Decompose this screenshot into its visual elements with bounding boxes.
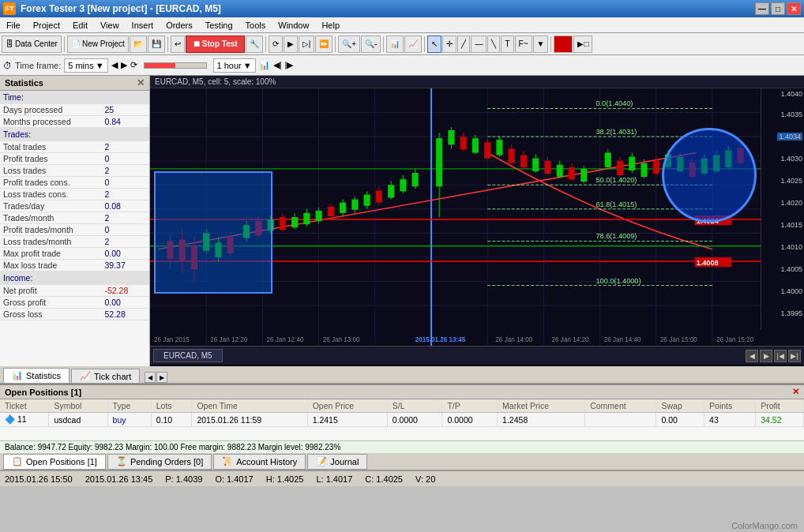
new-project-button[interactable]: 📄 New Project <box>67 36 129 53</box>
svg-text:2015.01.26 13:45: 2015.01.26 13:45 <box>415 336 466 343</box>
tab-tick-chart[interactable]: 📈 Tick chart <box>71 369 140 383</box>
open-pos-tab-icon: 📋 <box>12 456 23 466</box>
zoom-circle <box>662 128 757 223</box>
speed-slider[interactable] <box>144 62 207 69</box>
scroll-start-button[interactable]: |◀ <box>774 350 787 362</box>
svg-rect-104 <box>629 157 635 170</box>
menu-edit[interactable]: Edit <box>66 17 94 32</box>
text-button[interactable]: T <box>501 36 513 53</box>
zoom-out-button[interactable]: 🔍- <box>361 36 381 53</box>
menu-help[interactable]: Help <box>315 17 346 32</box>
line-button[interactable]: ╱ <box>457 36 470 53</box>
tab-account-history[interactable]: 📜 Account History <box>213 454 306 470</box>
menu-file[interactable]: File <box>0 17 27 32</box>
hline-button[interactable]: — <box>471 36 487 53</box>
svg-rect-94 <box>557 165 563 177</box>
chart-tab-eurcad[interactable]: EURCAD, M5 <box>153 349 223 362</box>
tab-next-button[interactable]: ▶ <box>156 372 167 383</box>
menu-insert[interactable]: Insert <box>126 17 160 32</box>
stop-test-button[interactable]: ⏹ Stop Test <box>186 36 245 53</box>
stat-row-lcons: Loss trades cons.2 <box>0 189 149 200</box>
color-button[interactable] <box>554 36 573 53</box>
stat-row-pcons: Profit trades cons.0 <box>0 177 149 189</box>
zoom-in-button[interactable]: 🔍+ <box>338 36 360 53</box>
chart-canvas[interactable]: 0.0(1.4040) 38.2(1.4031) 50.0(1.4020) 61… <box>150 88 804 346</box>
step-fwd-button[interactable]: |▶ <box>285 60 294 70</box>
col-comment: Comment <box>585 399 656 413</box>
undo-button[interactable]: ↩ <box>171 36 185 53</box>
tab-pending-orders[interactable]: ⏳ Pending Orders [0] <box>107 454 212 470</box>
period-dropdown[interactable]: 1 hour ▼ <box>213 58 256 73</box>
save-button[interactable]: 💾 <box>148 36 165 53</box>
fast-forward-button[interactable]: ⏩ <box>315 36 332 53</box>
svg-text:26 Jan 15:20: 26 Jan 15:20 <box>716 336 753 343</box>
chart-bottom-tabs: 📊 Statistics 📈 Tick chart ◀ ▶ <box>0 366 804 384</box>
crosshair-button[interactable]: ✛ <box>442 36 456 53</box>
col-type: Type <box>107 399 151 413</box>
maximize-button[interactable]: □ <box>771 2 785 15</box>
scroll-left-button[interactable]: ◀ <box>746 350 758 362</box>
template-button[interactable]: ▶□ <box>573 36 592 53</box>
minimize-button[interactable]: — <box>755 2 769 15</box>
tab-open-positions[interactable]: 📋 Open Positions [1] <box>3 454 106 470</box>
svg-rect-96 <box>569 167 575 179</box>
scroll-right-button[interactable]: ▶ <box>760 350 772 362</box>
menu-view[interactable]: View <box>94 17 126 32</box>
stat-value-months: 0.84 <box>102 116 149 128</box>
stat-row-days: Days processed 25 <box>0 104 149 116</box>
tab-statistics[interactable]: 📊 Statistics <box>3 368 70 383</box>
timeframe-dropdown[interactable]: 5 mins ▼ <box>64 58 107 73</box>
price-current: 1.4034 <box>777 133 802 140</box>
step-back-button[interactable]: ◀| <box>273 60 282 70</box>
trendline-icon: ╲ <box>491 39 496 48</box>
next-tf-button[interactable]: ▶ <box>121 60 127 70</box>
menu-tools[interactable]: Tools <box>239 17 272 32</box>
status-v: V: 20 <box>415 474 435 484</box>
cursor-button[interactable]: ↖ <box>427 36 441 53</box>
datacenter-icon: 🗄 <box>6 39 13 48</box>
tab-journal[interactable]: 📝 Journal <box>307 454 367 470</box>
indicator-button[interactable]: 📈 <box>404 36 422 53</box>
chart-scroll-buttons: ◀ ▶ |◀ ▶| <box>746 350 801 362</box>
menu-project[interactable]: Project <box>27 17 66 32</box>
wrench-button[interactable]: 🔧 <box>246 36 263 53</box>
refresh-button[interactable]: ⟳ <box>269 36 283 53</box>
tab-prev-button[interactable]: ◀ <box>145 372 156 383</box>
svg-rect-84 <box>496 140 502 155</box>
scroll-end-button[interactable]: ▶| <box>788 350 801 362</box>
play-icon: ▶ <box>287 39 294 48</box>
price-1.4000: 1.4000 <box>780 287 802 295</box>
stat-row-total: Total trades2 <box>0 141 149 153</box>
trendline-button[interactable]: ╲ <box>487 36 500 53</box>
statistics-header: Statistics ✕ <box>0 76 149 91</box>
more-tools-button[interactable]: ▼ <box>533 36 549 53</box>
close-button[interactable]: ✕ <box>787 2 801 15</box>
statistics-tab-icon: 📊 <box>12 370 23 380</box>
svg-rect-58 <box>328 207 334 216</box>
status-c: C: 1.4025 <box>365 474 403 484</box>
stat-row-tpm: Trades/month2 <box>0 212 149 224</box>
position-icon: 🔷 <box>5 414 15 424</box>
title-bar: FT Forex Tester 3 [New project] - [EURCA… <box>0 0 804 17</box>
fib-button[interactable]: F~ <box>515 36 532 53</box>
stats-close-button[interactable]: ✕ <box>137 77 145 88</box>
open-button[interactable]: 📂 <box>130 36 147 53</box>
open-positions-table-wrap[interactable]: Ticket Symbol Type Lots Open Time Open P… <box>0 399 804 440</box>
play-button[interactable]: ▶ <box>284 36 298 53</box>
datacenter-button[interactable]: 🗄 Data Center <box>2 36 62 53</box>
chart-mode-button[interactable]: 📊 <box>386 36 404 53</box>
step-button[interactable]: ▷| <box>299 36 315 53</box>
chart-icon: 📊 <box>390 39 400 48</box>
position-row-11[interactable]: 🔷 11 usdcad buy 0.10 2015.01.26 11:59 1.… <box>0 413 804 427</box>
zoom-out-icon: 🔍- <box>365 39 377 48</box>
open-positions-close[interactable]: ✕ <box>792 387 799 397</box>
menu-orders[interactable]: Orders <box>160 17 199 32</box>
newproject-icon: 📄 <box>71 39 81 48</box>
menu-window[interactable]: Window <box>272 17 315 32</box>
more-icon: ▼ <box>537 39 545 48</box>
menu-testing[interactable]: Testing <box>199 17 239 32</box>
prev-tf-button[interactable]: ◀ <box>111 60 118 70</box>
svg-text:61.8(1.4015): 61.8(1.4015) <box>595 200 637 208</box>
selection-box <box>154 171 272 294</box>
svg-rect-68 <box>388 185 394 197</box>
